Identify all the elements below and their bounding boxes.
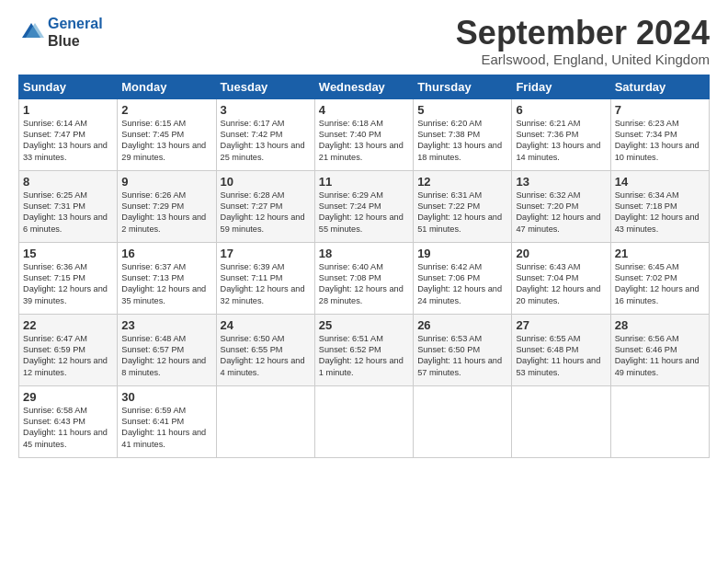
calendar-cell: 8Sunrise: 6:25 AMSunset: 7:31 PMDaylight… (19, 170, 118, 242)
calendar-cell: 19Sunrise: 6:42 AMSunset: 7:06 PMDayligh… (414, 242, 512, 314)
cell-content: Sunrise: 6:32 AMSunset: 7:20 PMDaylight:… (516, 190, 600, 234)
header: General Blue September 2024 Earlswood, E… (18, 15, 710, 67)
day-number: 13 (516, 175, 606, 189)
calendar-week-4: 22Sunrise: 6:47 AMSunset: 6:59 PMDayligh… (19, 314, 710, 385)
calendar-cell: 26Sunrise: 6:53 AMSunset: 6:50 PMDayligh… (414, 314, 512, 385)
calendar-cell: 11Sunrise: 6:29 AMSunset: 7:24 PMDayligh… (314, 170, 413, 242)
cell-content: Sunrise: 6:14 AMSunset: 7:47 PMDaylight:… (23, 119, 108, 162)
header-friday: Friday (512, 75, 610, 98)
cell-content: Sunrise: 6:59 AMSunset: 6:41 PMDaylight:… (121, 406, 206, 449)
header-monday: Monday (118, 75, 216, 98)
day-number: 22 (23, 318, 113, 332)
calendar-cell: 30Sunrise: 6:59 AMSunset: 6:41 PMDayligh… (118, 385, 216, 457)
subtitle: Earlswood, England, United Kingdom (456, 52, 710, 67)
day-number: 6 (516, 103, 606, 117)
cell-content: Sunrise: 6:42 AMSunset: 7:06 PMDaylight:… (417, 262, 502, 305)
calendar-cell: 12Sunrise: 6:31 AMSunset: 7:22 PMDayligh… (414, 170, 512, 242)
calendar-cell: 15Sunrise: 6:36 AMSunset: 7:15 PMDayligh… (19, 242, 118, 314)
day-number: 25 (319, 318, 409, 332)
day-number: 21 (615, 247, 705, 260)
cell-content: Sunrise: 6:31 AMSunset: 7:22 PMDaylight:… (417, 190, 502, 234)
calendar-cell: 25Sunrise: 6:51 AMSunset: 6:52 PMDayligh… (314, 314, 413, 385)
calendar-week-5: 29Sunrise: 6:58 AMSunset: 6:43 PMDayligh… (19, 385, 710, 457)
cell-content: Sunrise: 6:37 AMSunset: 7:13 PMDaylight:… (121, 262, 206, 305)
calendar-cell: 21Sunrise: 6:45 AMSunset: 7:02 PMDayligh… (610, 242, 709, 314)
day-number: 28 (615, 318, 705, 332)
cell-content: Sunrise: 6:25 AMSunset: 7:31 PMDaylight:… (23, 190, 108, 234)
day-number: 7 (615, 103, 705, 117)
cell-content: Sunrise: 6:56 AMSunset: 6:46 PMDaylight:… (615, 334, 700, 377)
cell-content: Sunrise: 6:39 AMSunset: 7:11 PMDaylight:… (221, 262, 305, 305)
cell-content: Sunrise: 6:47 AMSunset: 6:59 PMDaylight:… (23, 334, 108, 377)
day-number: 1 (23, 103, 113, 117)
calendar-cell: 24Sunrise: 6:50 AMSunset: 6:55 PMDayligh… (216, 314, 314, 385)
calendar-cell: 14Sunrise: 6:34 AMSunset: 7:18 PMDayligh… (610, 170, 709, 242)
day-number: 15 (23, 247, 113, 260)
cell-content: Sunrise: 6:48 AMSunset: 6:57 PMDaylight:… (121, 334, 206, 377)
header-wednesday: Wednesday (314, 75, 413, 98)
header-thursday: Thursday (414, 75, 512, 98)
calendar-cell: 27Sunrise: 6:55 AMSunset: 6:48 PMDayligh… (512, 314, 610, 385)
day-number: 4 (319, 103, 409, 117)
day-number: 26 (417, 318, 507, 332)
page: General Blue September 2024 Earlswood, E… (0, 0, 728, 563)
cell-content: Sunrise: 6:21 AMSunset: 7:36 PMDaylight:… (516, 119, 600, 162)
day-number: 11 (319, 175, 409, 189)
cell-content: Sunrise: 6:23 AMSunset: 7:34 PMDaylight:… (615, 119, 700, 162)
calendar-cell: 5Sunrise: 6:20 AMSunset: 7:38 PMDaylight… (414, 98, 512, 170)
cell-content: Sunrise: 6:20 AMSunset: 7:38 PMDaylight:… (417, 119, 502, 162)
calendar-cell: 2Sunrise: 6:15 AMSunset: 7:45 PMDaylight… (118, 98, 216, 170)
cell-content: Sunrise: 6:26 AMSunset: 7:29 PMDaylight:… (121, 190, 206, 234)
day-number: 3 (221, 103, 311, 117)
calendar-cell: 20Sunrise: 6:43 AMSunset: 7:04 PMDayligh… (512, 242, 610, 314)
calendar-cell: 7Sunrise: 6:23 AMSunset: 7:34 PMDaylight… (610, 98, 709, 170)
cell-content: Sunrise: 6:45 AMSunset: 7:02 PMDaylight:… (615, 262, 700, 305)
calendar-cell: 18Sunrise: 6:40 AMSunset: 7:08 PMDayligh… (314, 242, 413, 314)
calendar-week-3: 15Sunrise: 6:36 AMSunset: 7:15 PMDayligh… (19, 242, 710, 314)
calendar-cell: 4Sunrise: 6:18 AMSunset: 7:40 PMDaylight… (314, 98, 413, 170)
day-number: 2 (121, 103, 211, 117)
day-number: 5 (417, 103, 507, 117)
logo-text: General Blue (48, 15, 103, 50)
logo-area: General Blue (18, 15, 103, 50)
calendar-cell: 3Sunrise: 6:17 AMSunset: 7:42 PMDaylight… (216, 98, 314, 170)
day-number: 24 (221, 318, 311, 332)
calendar-cell (610, 385, 709, 457)
calendar-cell: 16Sunrise: 6:37 AMSunset: 7:13 PMDayligh… (118, 242, 216, 314)
calendar-cell: 29Sunrise: 6:58 AMSunset: 6:43 PMDayligh… (19, 385, 118, 457)
calendar-cell: 17Sunrise: 6:39 AMSunset: 7:11 PMDayligh… (216, 242, 314, 314)
day-number: 16 (121, 247, 211, 260)
day-number: 9 (121, 175, 211, 189)
day-number: 23 (121, 318, 211, 332)
day-number: 8 (23, 175, 113, 189)
cell-content: Sunrise: 6:17 AMSunset: 7:42 PMDaylight:… (221, 119, 305, 162)
day-number: 19 (417, 247, 507, 260)
calendar-cell (414, 385, 512, 457)
title-area: September 2024 Earlswood, England, Unite… (456, 15, 710, 67)
month-title: September 2024 (456, 15, 710, 52)
cell-content: Sunrise: 6:34 AMSunset: 7:18 PMDaylight:… (615, 190, 700, 234)
calendar-cell (512, 385, 610, 457)
cell-content: Sunrise: 6:58 AMSunset: 6:43 PMDaylight:… (23, 406, 108, 449)
day-number: 12 (417, 175, 507, 189)
calendar-header-row: Sunday Monday Tuesday Wednesday Thursday… (19, 75, 710, 98)
day-number: 17 (221, 247, 311, 260)
calendar-cell (216, 385, 314, 457)
cell-content: Sunrise: 6:15 AMSunset: 7:45 PMDaylight:… (121, 119, 206, 162)
calendar-table: Sunday Monday Tuesday Wednesday Thursday… (18, 75, 710, 458)
calendar-cell: 1Sunrise: 6:14 AMSunset: 7:47 PMDaylight… (19, 98, 118, 170)
calendar-week-1: 1Sunrise: 6:14 AMSunset: 7:47 PMDaylight… (19, 98, 710, 170)
calendar-cell: 6Sunrise: 6:21 AMSunset: 7:36 PMDaylight… (512, 98, 610, 170)
calendar-cell: 22Sunrise: 6:47 AMSunset: 6:59 PMDayligh… (19, 314, 118, 385)
day-number: 14 (615, 175, 705, 189)
cell-content: Sunrise: 6:18 AMSunset: 7:40 PMDaylight:… (319, 119, 404, 162)
cell-content: Sunrise: 6:28 AMSunset: 7:27 PMDaylight:… (221, 190, 305, 234)
calendar-cell: 23Sunrise: 6:48 AMSunset: 6:57 PMDayligh… (118, 314, 216, 385)
day-number: 20 (516, 247, 606, 260)
day-number: 29 (23, 390, 113, 404)
logo-icon (18, 19, 44, 45)
calendar-cell: 28Sunrise: 6:56 AMSunset: 6:46 PMDayligh… (610, 314, 709, 385)
cell-content: Sunrise: 6:29 AMSunset: 7:24 PMDaylight:… (319, 190, 404, 234)
day-number: 18 (319, 247, 409, 260)
cell-content: Sunrise: 6:53 AMSunset: 6:50 PMDaylight:… (417, 334, 502, 377)
